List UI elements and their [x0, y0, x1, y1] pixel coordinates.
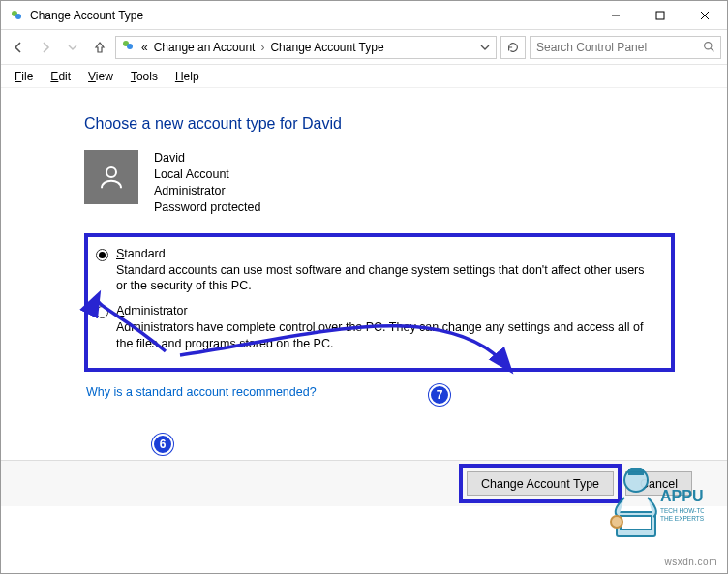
refresh-button[interactable] [500, 36, 526, 59]
crumb-change-account[interactable]: Change an Account [154, 41, 256, 54]
radio-administrator-label[interactable]: Administrator [116, 304, 657, 317]
crumb-change-account-type[interactable]: Change Account Type [270, 41, 383, 54]
menu-tools[interactable]: Tools [123, 68, 166, 85]
chevron-right-icon: › [260, 41, 264, 54]
user-account-type: Local Account [154, 166, 260, 183]
recent-dropdown[interactable] [61, 36, 84, 59]
user-avatar-icon [84, 150, 138, 204]
svg-point-10 [106, 167, 116, 177]
link-why-standard[interactable]: Why is a standard account recommended? [86, 385, 317, 399]
user-password-status: Password protected [154, 199, 260, 216]
menu-file[interactable]: File [7, 68, 41, 85]
crumb-ellipsis[interactable]: « [141, 41, 148, 54]
svg-text:THE EXPERTS: THE EXPERTS [660, 515, 704, 522]
minimize-button[interactable] [593, 1, 638, 30]
content-area: Choose a new account type for David Davi… [1, 88, 727, 573]
step-badge-7: 7 [429, 384, 450, 406]
account-type-options: Standard Standard accounts can use most … [84, 233, 675, 373]
svg-point-15 [611, 516, 622, 528]
svg-point-1 [15, 14, 21, 19]
radio-administrator[interactable] [96, 306, 108, 318]
svg-rect-12 [621, 516, 652, 529]
svg-rect-3 [656, 12, 664, 19]
user-name: David [154, 150, 260, 166]
svg-point-7 [127, 44, 133, 49]
search-input[interactable] [534, 40, 701, 55]
window-icon [9, 8, 24, 23]
radio-administrator-desc: Administrators have complete control ove… [116, 319, 657, 352]
back-button[interactable] [7, 36, 30, 59]
address-dropdown-icon[interactable] [476, 43, 494, 52]
address-bar-icon [120, 38, 136, 56]
appuals-logo: APPUALS TECH HOW-TO'S FROM THE EXPERTS [559, 459, 704, 556]
menu-view[interactable]: View [80, 68, 121, 85]
page-title: Choose a new account type for David [84, 115, 704, 133]
address-bar[interactable]: « Change an Account › Change Account Typ… [115, 36, 497, 59]
forward-button[interactable] [34, 36, 57, 59]
svg-text:APPUALS: APPUALS [660, 488, 704, 504]
svg-line-9 [711, 48, 713, 51]
close-button[interactable] [682, 1, 727, 30]
step-badge-6: 6 [152, 434, 173, 455]
window-title: Change Account Type [30, 9, 143, 22]
svg-point-8 [704, 43, 711, 49]
radio-standard-desc: Standard accounts can use most software … [116, 262, 657, 295]
radio-standard[interactable] [96, 249, 108, 261]
maximize-button[interactable] [638, 1, 682, 30]
menu-edit[interactable]: Edit [43, 68, 78, 85]
up-button[interactable] [88, 36, 111, 59]
svg-text:TECH HOW-TO'S FROM: TECH HOW-TO'S FROM [660, 507, 704, 514]
menu-help[interactable]: Help [167, 68, 207, 85]
search-icon[interactable] [701, 41, 716, 53]
svg-rect-14 [629, 470, 643, 474]
search-box[interactable] [530, 36, 721, 59]
user-role: Administrator [154, 183, 260, 199]
menu-bar: File Edit View Tools Help [1, 65, 727, 88]
watermark: wsxdn.com [664, 557, 717, 567]
radio-standard-label[interactable]: Standard [116, 247, 657, 260]
